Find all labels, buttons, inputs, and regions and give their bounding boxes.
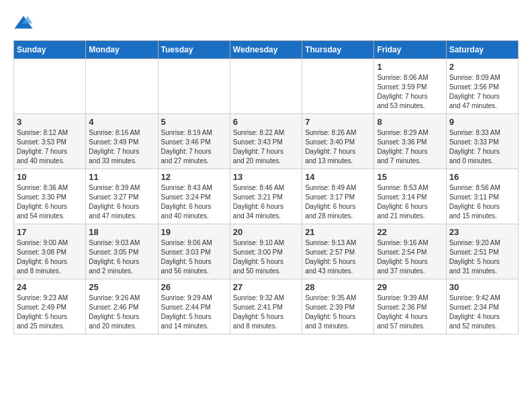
calendar-table: SundayMondayTuesdayWednesdayThursdayFrid… xyxy=(13,40,519,334)
weekday-header: Friday xyxy=(374,41,446,59)
calendar-cell: 19Sunrise: 9:06 AM Sunset: 3:03 PM Dayli… xyxy=(158,224,230,279)
day-number: 9 xyxy=(449,117,515,127)
calendar-cell: 13Sunrise: 8:46 AM Sunset: 3:21 PM Dayli… xyxy=(230,169,302,224)
cell-content: Sunrise: 8:12 AM Sunset: 3:53 PM Dayligh… xyxy=(17,128,83,166)
cell-content: Sunrise: 8:56 AM Sunset: 3:11 PM Dayligh… xyxy=(449,183,515,221)
cell-content: Sunrise: 9:39 AM Sunset: 2:36 PM Dayligh… xyxy=(377,293,443,331)
day-number: 17 xyxy=(17,227,83,237)
calendar-cell: 27Sunrise: 9:32 AM Sunset: 2:41 PM Dayli… xyxy=(230,279,302,334)
calendar-cell: 6Sunrise: 8:22 AM Sunset: 3:43 PM Daylig… xyxy=(230,114,302,169)
cell-content: Sunrise: 9:26 AM Sunset: 2:46 PM Dayligh… xyxy=(89,293,154,331)
cell-content: Sunrise: 8:16 AM Sunset: 3:49 PM Dayligh… xyxy=(89,128,154,166)
day-number: 15 xyxy=(377,172,443,182)
day-number: 21 xyxy=(305,227,371,237)
calendar-cell: 8Sunrise: 8:29 AM Sunset: 3:36 PM Daylig… xyxy=(374,114,446,169)
cell-content: Sunrise: 8:46 AM Sunset: 3:21 PM Dayligh… xyxy=(233,183,299,221)
weekday-header: Wednesday xyxy=(230,41,302,59)
day-number: 1 xyxy=(377,62,443,72)
weekday-header: Monday xyxy=(86,41,158,59)
cell-content: Sunrise: 8:53 AM Sunset: 3:14 PM Dayligh… xyxy=(377,183,443,221)
calendar-cell: 12Sunrise: 8:43 AM Sunset: 3:24 PM Dayli… xyxy=(158,169,230,224)
calendar-week-row: 10Sunrise: 8:36 AM Sunset: 3:30 PM Dayli… xyxy=(14,169,519,224)
cell-content: Sunrise: 8:29 AM Sunset: 3:36 PM Dayligh… xyxy=(377,128,443,166)
calendar-cell: 26Sunrise: 9:29 AM Sunset: 2:44 PM Dayli… xyxy=(158,279,230,334)
calendar-cell: 5Sunrise: 8:19 AM Sunset: 3:46 PM Daylig… xyxy=(158,114,230,169)
day-number: 26 xyxy=(161,282,227,292)
cell-content: Sunrise: 8:39 AM Sunset: 3:27 PM Dayligh… xyxy=(89,183,154,221)
day-number: 12 xyxy=(161,172,227,182)
calendar-cell: 22Sunrise: 9:16 AM Sunset: 2:54 PM Dayli… xyxy=(374,224,446,279)
calendar-cell: 23Sunrise: 9:20 AM Sunset: 2:51 PM Dayli… xyxy=(446,224,518,279)
day-number: 19 xyxy=(161,227,227,237)
cell-content: Sunrise: 9:00 AM Sunset: 3:08 PM Dayligh… xyxy=(17,238,83,276)
day-number: 16 xyxy=(449,172,515,182)
cell-content: Sunrise: 9:23 AM Sunset: 2:49 PM Dayligh… xyxy=(17,293,83,331)
cell-content: Sunrise: 8:49 AM Sunset: 3:17 PM Dayligh… xyxy=(305,183,371,221)
day-number: 8 xyxy=(377,117,443,127)
cell-content: Sunrise: 9:10 AM Sunset: 3:00 PM Dayligh… xyxy=(233,238,299,276)
cell-content: Sunrise: 9:35 AM Sunset: 2:39 PM Dayligh… xyxy=(305,293,371,331)
calendar-cell xyxy=(302,59,374,114)
calendar-cell: 7Sunrise: 8:26 AM Sunset: 3:40 PM Daylig… xyxy=(302,114,374,169)
calendar-week-row: 1Sunrise: 8:06 AM Sunset: 3:59 PM Daylig… xyxy=(14,59,519,114)
day-number: 23 xyxy=(449,227,515,237)
calendar-cell: 10Sunrise: 8:36 AM Sunset: 3:30 PM Dayli… xyxy=(14,169,86,224)
weekday-header: Saturday xyxy=(446,41,518,59)
calendar-cell: 16Sunrise: 8:56 AM Sunset: 3:11 PM Dayli… xyxy=(446,169,518,224)
day-number: 7 xyxy=(305,117,371,127)
cell-content: Sunrise: 9:06 AM Sunset: 3:03 PM Dayligh… xyxy=(161,238,227,276)
weekday-header: Sunday xyxy=(14,41,86,59)
cell-content: Sunrise: 9:32 AM Sunset: 2:41 PM Dayligh… xyxy=(233,293,299,331)
calendar-cell: 4Sunrise: 8:16 AM Sunset: 3:49 PM Daylig… xyxy=(86,114,158,169)
day-number: 11 xyxy=(89,172,154,182)
calendar-cell: 29Sunrise: 9:39 AM Sunset: 2:36 PM Dayli… xyxy=(374,279,446,334)
calendar-cell: 20Sunrise: 9:10 AM Sunset: 3:00 PM Dayli… xyxy=(230,224,302,279)
day-number: 22 xyxy=(377,227,443,237)
cell-content: Sunrise: 8:36 AM Sunset: 3:30 PM Dayligh… xyxy=(17,183,83,221)
calendar-cell: 1Sunrise: 8:06 AM Sunset: 3:59 PM Daylig… xyxy=(374,59,446,114)
day-number: 30 xyxy=(449,282,515,292)
calendar-week-row: 17Sunrise: 9:00 AM Sunset: 3:08 PM Dayli… xyxy=(14,224,519,279)
cell-content: Sunrise: 8:19 AM Sunset: 3:46 PM Dayligh… xyxy=(161,128,227,166)
day-number: 13 xyxy=(233,172,299,182)
day-number: 10 xyxy=(17,172,83,182)
calendar-week-row: 24Sunrise: 9:23 AM Sunset: 2:49 PM Dayli… xyxy=(14,279,519,334)
day-number: 20 xyxy=(233,227,299,237)
cell-content: Sunrise: 8:33 AM Sunset: 3:33 PM Dayligh… xyxy=(449,128,515,166)
day-number: 5 xyxy=(161,117,227,127)
cell-content: Sunrise: 9:16 AM Sunset: 2:54 PM Dayligh… xyxy=(377,238,443,276)
calendar-week-row: 3Sunrise: 8:12 AM Sunset: 3:53 PM Daylig… xyxy=(14,114,519,169)
cell-content: Sunrise: 9:29 AM Sunset: 2:44 PM Dayligh… xyxy=(161,293,227,331)
cell-content: Sunrise: 8:06 AM Sunset: 3:59 PM Dayligh… xyxy=(377,73,443,111)
day-number: 29 xyxy=(377,282,443,292)
day-number: 27 xyxy=(233,282,299,292)
header xyxy=(13,13,519,34)
cell-content: Sunrise: 9:20 AM Sunset: 2:51 PM Dayligh… xyxy=(449,238,515,276)
day-number: 24 xyxy=(17,282,83,292)
day-number: 18 xyxy=(89,227,154,237)
cell-content: Sunrise: 9:03 AM Sunset: 3:05 PM Dayligh… xyxy=(89,238,154,276)
calendar-body: 1Sunrise: 8:06 AM Sunset: 3:59 PM Daylig… xyxy=(14,59,519,334)
day-number: 14 xyxy=(305,172,371,182)
weekday-header: Thursday xyxy=(302,41,374,59)
cell-content: Sunrise: 8:26 AM Sunset: 3:40 PM Dayligh… xyxy=(305,128,371,166)
calendar-cell: 17Sunrise: 9:00 AM Sunset: 3:08 PM Dayli… xyxy=(14,224,86,279)
day-number: 6 xyxy=(233,117,299,127)
calendar-cell: 11Sunrise: 8:39 AM Sunset: 3:27 PM Dayli… xyxy=(86,169,158,224)
calendar-cell: 14Sunrise: 8:49 AM Sunset: 3:17 PM Dayli… xyxy=(302,169,374,224)
calendar-cell xyxy=(158,59,230,114)
day-number: 28 xyxy=(305,282,371,292)
calendar-cell: 2Sunrise: 8:09 AM Sunset: 3:56 PM Daylig… xyxy=(446,59,518,114)
weekday-header: Tuesday xyxy=(158,41,230,59)
calendar-cell xyxy=(86,59,158,114)
logo-icon xyxy=(13,13,34,34)
day-number: 25 xyxy=(89,282,154,292)
calendar-header: SundayMondayTuesdayWednesdayThursdayFrid… xyxy=(14,41,519,59)
day-number: 2 xyxy=(449,62,515,72)
calendar-cell: 3Sunrise: 8:12 AM Sunset: 3:53 PM Daylig… xyxy=(14,114,86,169)
day-number: 3 xyxy=(17,117,83,127)
calendar-cell: 24Sunrise: 9:23 AM Sunset: 2:49 PM Dayli… xyxy=(14,279,86,334)
day-number: 4 xyxy=(89,117,154,127)
cell-content: Sunrise: 8:43 AM Sunset: 3:24 PM Dayligh… xyxy=(161,183,227,221)
cell-content: Sunrise: 9:13 AM Sunset: 2:57 PM Dayligh… xyxy=(305,238,371,276)
